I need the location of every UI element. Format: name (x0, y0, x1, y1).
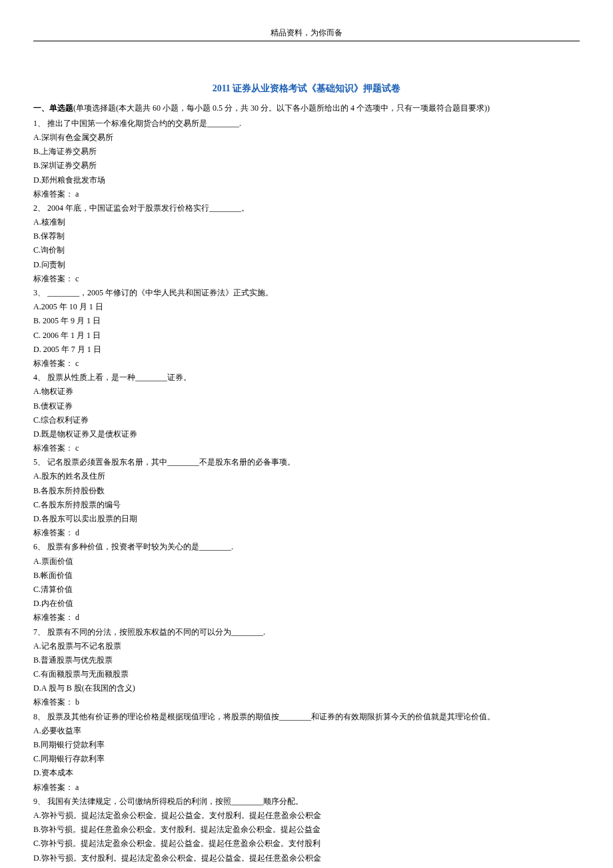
standard-answer: 标准答案： c (33, 442, 580, 455)
question-option: B.帐面价值 (33, 569, 580, 582)
question-option: C. 2006 年 1 月 1 日 (33, 329, 580, 342)
standard-answer: 标准答案： a (33, 188, 580, 201)
question-option: D.内在价值 (33, 597, 580, 610)
standard-answer: 标准答案： d (33, 527, 580, 539)
question-option: B.普通股票与优先股票 (33, 654, 580, 667)
page-header-text: 精品资料，为你而备 (33, 27, 580, 39)
question-option: A.弥补亏损。提起法定盈余公积金。提起公益金。支付股利。提起任意盈余公积金 (33, 809, 580, 822)
question-text: 4、 股票从性质上看，是一种________证券。 (33, 371, 580, 384)
standard-answer: 标准答案： b (33, 696, 580, 709)
question-text: 1、 推出了中国第一个标准化期货合约的交易所是________. (33, 117, 580, 130)
question-option: A.票面价值 (33, 555, 580, 568)
question-option: C.有面额股票与无面额股票 (33, 668, 580, 681)
question-option: B. 2005 年 9 月 1 日 (33, 315, 580, 327)
question-text: 7、 股票有不同的分法，按照股东权益的不同的可以分为________. (33, 626, 580, 639)
question-option: A.核准制 (33, 216, 580, 229)
question-option: B.上海证券交易所 (33, 145, 580, 158)
question-text: 5、 记名股票必须置备股东名册，其中________不是股东名册的必备事项。 (33, 456, 580, 469)
question-option: A.股东的姓名及住所 (33, 470, 580, 483)
question-option: A.深圳有色金属交易所 (33, 131, 580, 144)
questions-container: 1、 推出了中国第一个标准化期货合约的交易所是________.A.深圳有色金属… (33, 117, 580, 865)
question-option: D.资本成本 (33, 767, 580, 779)
question-option: D.郑州粮食批发市场 (33, 174, 580, 187)
question-option: B.弥补亏损。提起任意盈余公积金。支付股利。提起法定盈余公积金。提起公益金 (33, 823, 580, 836)
page-header-line (33, 41, 580, 41)
question-option: B.各股东所持股份数 (33, 485, 580, 497)
question-option: C.各股东所持股票的编号 (33, 499, 580, 511)
question-text: 9、 我国有关法律规定，公司缴纳所得税后的利润，按照________顺序分配。 (33, 795, 580, 808)
question-option: D.弥补亏损。支付股利。提起法定盈余公积金。提起公益金。提起任意盈余公积金 (33, 852, 580, 865)
question-option: D.问责制 (33, 259, 580, 271)
question-option: A.物权证券 (33, 385, 580, 398)
question-option: C.综合权利证券 (33, 414, 580, 427)
question-option: B.债权证券 (33, 400, 580, 413)
question-option: A.2005 年 10 月 1 日 (33, 301, 580, 313)
question-option: B.同期银行贷款利率 (33, 739, 580, 751)
section-header: 一、单选题(单项选择题(本大题共 60 小题，每小题 0.5 分，共 30 分。… (33, 102, 580, 115)
standard-answer: 标准答案： c (33, 273, 580, 285)
question-option: D.既是物权证券又是债权证券 (33, 428, 580, 441)
standard-answer: 标准答案： a (33, 781, 580, 794)
section-description: (单项选择题(本大题共 60 小题，每小题 0.5 分，共 30 分。以下各小题… (73, 103, 490, 113)
question-option: A.记名股票与不记名股票 (33, 640, 580, 653)
question-text: 8、 股票及其他有价证券的理论价格是根据现值理论，将股票的期值按________… (33, 711, 580, 723)
question-option: C.弥补亏损。提起法定盈余公积金。提起公益金。提起任意盈余公积金。支付股利 (33, 837, 580, 850)
question-option: C.询价制 (33, 244, 580, 257)
question-option: D.A 股与 B 股(在我国的含义) (33, 682, 580, 695)
document-title: 2011 证券从业资格考试《基础知识》押题试卷 (33, 81, 580, 96)
question-option: C.同期银行存款利率 (33, 753, 580, 765)
question-text: 2、 2004 年底，中国证监会对于股票发行价格实行________。 (33, 202, 580, 215)
question-option: C.清算价值 (33, 583, 580, 596)
question-option: A.必要收益率 (33, 725, 580, 737)
section-label: 一、单选题 (33, 103, 73, 113)
question-option: D.各股东可以卖出股票的日期 (33, 513, 580, 525)
standard-answer: 标准答案： d (33, 611, 580, 624)
question-option: D. 2005 年 7 月 1 日 (33, 343, 580, 356)
standard-answer: 标准答案： c (33, 357, 580, 370)
question-option: B.保荐制 (33, 230, 580, 243)
question-option: B.深圳证券交易所 (33, 159, 580, 172)
question-text: 6、 股票有多种价值，投资者平时较为关心的是________. (33, 541, 580, 553)
question-text: 3、 ________，2005 年修订的《中华人民共和国证券法》正式实施。 (33, 287, 580, 299)
